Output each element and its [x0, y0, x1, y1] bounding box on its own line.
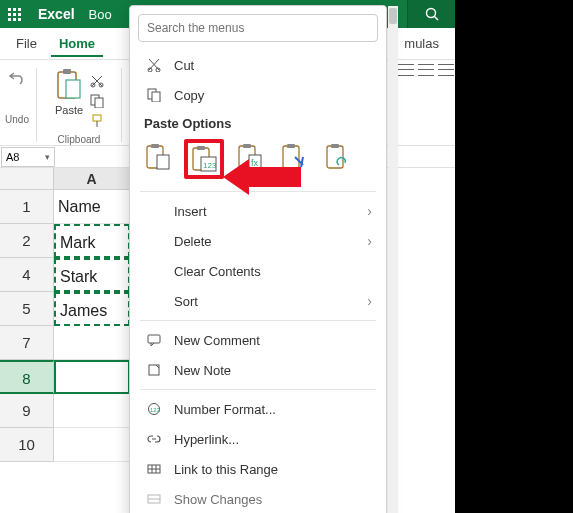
paste-options-heading: Paste Options: [130, 110, 386, 135]
svg-rect-8: [95, 98, 103, 108]
menu-label: Show Changes: [174, 492, 262, 507]
note-icon: [144, 363, 164, 377]
menu-clear-contents[interactable]: Clear Contents: [130, 256, 386, 286]
menu-label: Clear Contents: [174, 264, 261, 279]
svg-rect-29: [148, 335, 160, 343]
menu-search-input[interactable]: [138, 14, 378, 42]
svg-rect-13: [152, 92, 160, 102]
format-painter-icon[interactable]: [90, 114, 104, 128]
scrollbar-thumb[interactable]: [389, 8, 397, 24]
paste-option-default[interactable]: [140, 139, 176, 175]
row-header[interactable]: 2: [0, 224, 54, 258]
cut-icon: [144, 58, 164, 72]
undo-group: Undo: [0, 64, 34, 125]
chevron-right-icon: ›: [367, 293, 372, 309]
menu-label: New Note: [174, 363, 231, 378]
menu-label: Hyperlink...: [174, 432, 239, 447]
paste-option-link[interactable]: [320, 139, 356, 175]
show-changes-icon: [144, 492, 164, 506]
cell-A8[interactable]: [54, 360, 130, 394]
paste-option-values[interactable]: 123: [184, 139, 224, 179]
menu-insert[interactable]: Insert ›: [130, 196, 386, 226]
separator: [140, 389, 376, 390]
menu-label: Number Format...: [174, 402, 276, 417]
menu-search: [138, 14, 378, 42]
excel-window: Excel Boo File Home mulas Undo Paste: [0, 0, 455, 513]
cell-A4[interactable]: Stark: [54, 258, 130, 292]
menu-cut[interactable]: Cut: [130, 50, 386, 80]
search-button[interactable]: [407, 0, 455, 28]
row-header[interactable]: 1: [0, 190, 54, 224]
row-header[interactable]: 7: [0, 326, 54, 360]
row-header[interactable]: 10: [0, 428, 54, 462]
separator: [140, 191, 376, 192]
cell-A5[interactable]: James: [54, 292, 130, 326]
svg-rect-25: [283, 146, 299, 168]
svg-rect-15: [151, 144, 159, 148]
menu-new-comment[interactable]: New Comment: [130, 325, 386, 355]
column-header-A[interactable]: A: [54, 168, 130, 190]
document-name: Boo: [89, 7, 112, 22]
svg-rect-22: [243, 144, 251, 148]
tab-home[interactable]: Home: [51, 30, 103, 57]
paste-option-formatting[interactable]: [276, 139, 312, 175]
clipboard-label: Clipboard: [58, 134, 101, 145]
menu-copy[interactable]: Copy: [130, 80, 386, 110]
menu-hyperlink[interactable]: Hyperlink...: [130, 424, 386, 454]
svg-text:123: 123: [203, 161, 217, 170]
svg-text:123: 123: [150, 407, 161, 413]
paste-icon[interactable]: [54, 68, 84, 102]
copy-icon[interactable]: [90, 94, 104, 108]
menu-label: Insert: [174, 204, 207, 219]
menu-number-format[interactable]: 123 Number Format...: [130, 394, 386, 424]
search-icon: [424, 6, 440, 22]
name-box-value: A8: [6, 151, 19, 163]
svg-rect-16: [157, 155, 169, 169]
paste-option-formulas[interactable]: fx: [232, 139, 268, 175]
select-all-corner[interactable]: [0, 168, 54, 190]
svg-line-1: [434, 17, 438, 21]
tab-formulas[interactable]: mulas: [396, 30, 447, 57]
alignment-icons[interactable]: [398, 64, 454, 76]
menu-new-note[interactable]: New Note: [130, 355, 386, 385]
cell-A7[interactable]: [54, 326, 130, 360]
name-box[interactable]: A8 ▾: [1, 147, 55, 167]
menu-label: Sort: [174, 294, 198, 309]
paste-label: Paste: [55, 104, 83, 116]
cell-A2[interactable]: Mark: [54, 224, 130, 258]
menu-show-changes[interactable]: Show Changes: [130, 484, 386, 513]
menu-label: Copy: [174, 88, 204, 103]
chevron-right-icon: ›: [367, 203, 372, 219]
menu-label: Cut: [174, 58, 194, 73]
cell-A10[interactable]: [54, 428, 130, 462]
app-name: Excel: [38, 6, 75, 22]
svg-rect-4: [66, 80, 80, 98]
cell-A9[interactable]: [54, 394, 130, 428]
menu-sort[interactable]: Sort ›: [130, 286, 386, 316]
app-launcher-icon[interactable]: [0, 0, 28, 28]
svg-rect-26: [287, 144, 295, 148]
cell-A1[interactable]: Name: [54, 190, 130, 224]
tab-file[interactable]: File: [8, 30, 45, 57]
paste-options-row: 123 fx: [130, 135, 386, 187]
svg-rect-3: [63, 69, 71, 74]
separator: [140, 320, 376, 321]
undo-icon[interactable]: [8, 70, 26, 84]
divider: [36, 68, 37, 142]
menu-delete[interactable]: Delete ›: [130, 226, 386, 256]
svg-point-0: [426, 9, 435, 18]
copy-icon: [144, 88, 164, 102]
cut-icon[interactable]: [90, 74, 104, 88]
row-header[interactable]: 4: [0, 258, 54, 292]
svg-text:fx: fx: [251, 158, 259, 168]
svg-rect-28: [331, 144, 339, 148]
menu-label: Delete: [174, 234, 212, 249]
row-header[interactable]: 5: [0, 292, 54, 326]
menu-link-range[interactable]: Link to this Range: [130, 454, 386, 484]
menu-scrollbar[interactable]: [388, 6, 398, 513]
link-range-icon: [144, 462, 164, 476]
chevron-right-icon: ›: [367, 233, 372, 249]
row-header[interactable]: 9: [0, 394, 54, 428]
row-header[interactable]: 8: [0, 360, 54, 394]
svg-rect-18: [197, 146, 205, 150]
